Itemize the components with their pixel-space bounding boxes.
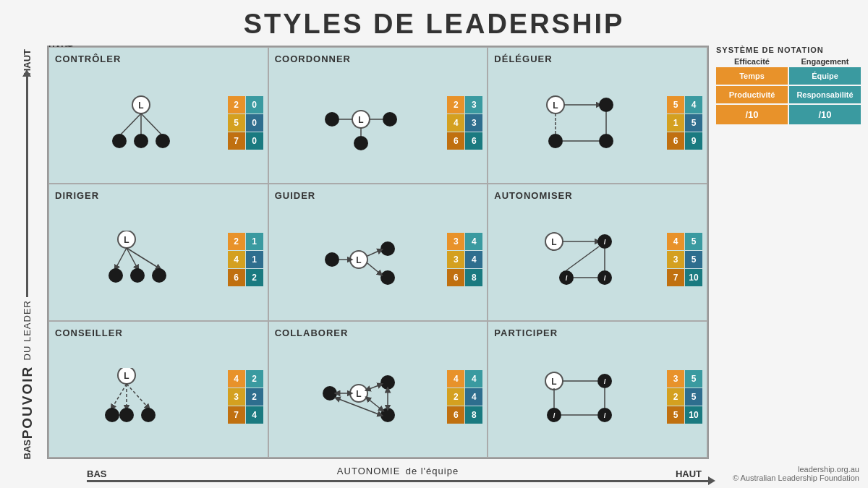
notation-title: SYSTÈME DE NOTATION <box>716 46 861 54</box>
svg-point-36 <box>380 241 395 256</box>
notation-col2: Engagement <box>789 57 861 66</box>
score-cell-2-0-0: 5 <box>667 96 684 114</box>
cell-title-7: COLLABORER <box>275 328 483 338</box>
cell-title-0: CONTRÔLER <box>55 53 263 64</box>
score-cell-0-2-1: 0 <box>246 132 263 150</box>
cell-content-0: L 205070 <box>55 67 263 179</box>
score-cell-4-1-0: 3 <box>447 251 464 268</box>
watermark-line1: leadership.org.au <box>733 465 859 474</box>
score-cell-6-0-1: 2 <box>246 370 263 388</box>
svg-point-11 <box>383 112 397 127</box>
grid-cell-7: COLLABORER L 442468 <box>268 321 488 458</box>
svg-text:L: L <box>124 371 129 381</box>
score-cell-6-2-0: 7 <box>228 406 245 424</box>
grid-cell-1: COORDONNER L 234366 <box>268 47 488 184</box>
score-cell-3-1-1: 1 <box>246 251 263 268</box>
notation-box: SYSTÈME DE NOTATION Efficacité Engagemen… <box>716 46 861 488</box>
score-cell-6-1-0: 3 <box>228 388 245 406</box>
score-cell-8-1-1: 5 <box>685 388 702 406</box>
cell-content-8: L l l l 3525510 <box>494 341 702 453</box>
grid-cell-8: PARTICIPER L l l l 3525510 <box>488 321 707 458</box>
cell-content-2: L 541569 <box>494 67 702 179</box>
score-cell-5-0-1: 5 <box>685 233 702 250</box>
cell-title-6: CONSEILLER <box>55 328 263 338</box>
score-cell-1-0-1: 3 <box>465 96 482 114</box>
score-cell-2-2-0: 6 <box>667 132 684 150</box>
score-grid-4: 343468 <box>447 233 482 286</box>
svg-text:L: L <box>124 235 129 245</box>
score-cell-0-0-1: 0 <box>246 96 263 114</box>
diagram-coordonner: L <box>275 94 448 152</box>
grid-container: HAUT CONTRÔLER L 205070COORDONNER <box>47 46 709 488</box>
notation-total1: /10 <box>716 105 788 124</box>
diagram-participer: L l l l <box>494 368 667 426</box>
score-cell-4-1-1: 4 <box>465 251 482 268</box>
x-axis: BAS AUTONOMIE de l'équipe HAUT <box>47 459 709 488</box>
x-axis-label: AUTONOMIE de l'équipe <box>337 462 459 478</box>
page: STYLES DE LEADERSHIP HAUT POUVOIR du lea… <box>0 0 868 488</box>
svg-line-2 <box>119 114 141 136</box>
svg-point-37 <box>380 270 395 285</box>
grid-cell-2: DÉLÉGUER L 541569 <box>488 47 707 184</box>
cell-title-4: GUIDER <box>275 190 483 201</box>
diagram-conseiller: L <box>55 368 228 426</box>
score-cell-8-2-1: 10 <box>685 406 702 424</box>
score-cell-4-0-1: 4 <box>465 233 482 250</box>
diagram-deleguer: L <box>494 94 667 152</box>
svg-point-61 <box>323 386 337 401</box>
score-cell-2-0-1: 4 <box>685 96 702 114</box>
cell-content-3: L 214162 <box>55 204 263 315</box>
notation-r2c1: Productivité <box>716 86 788 103</box>
x-right-label: HAUT <box>676 468 702 479</box>
score-cell-7-2-0: 6 <box>447 406 464 424</box>
score-cell-2-1-0: 1 <box>667 114 684 132</box>
svg-point-19 <box>599 98 613 112</box>
cell-title-5: AUTONOMISER <box>494 190 702 201</box>
grid-cell-3: DIRIGER L 214162 <box>48 184 268 320</box>
score-cell-6-0-0: 4 <box>228 370 245 388</box>
score-cell-1-2-0: 6 <box>447 132 464 150</box>
grid: CONTRÔLER L 205070COORDONNER L <box>47 46 709 459</box>
score-cell-3-0-1: 1 <box>246 233 263 250</box>
score-grid-1: 234366 <box>447 96 482 150</box>
cell-title-8: PARTICIPER <box>494 328 702 338</box>
cell-content-6: L 423274 <box>55 341 263 453</box>
svg-text:L: L <box>356 389 361 399</box>
score-grid-5: 4535710 <box>667 233 702 286</box>
score-cell-3-0-0: 2 <box>228 233 245 250</box>
svg-point-6 <box>134 134 148 148</box>
score-cell-8-2-0: 5 <box>667 406 684 424</box>
svg-point-7 <box>156 134 170 148</box>
score-cell-0-2-0: 7 <box>228 132 245 150</box>
svg-point-8 <box>325 112 339 127</box>
svg-line-52 <box>566 247 599 270</box>
svg-point-20 <box>548 134 563 148</box>
svg-line-68 <box>367 398 382 410</box>
diagram-diriger: L <box>55 231 228 288</box>
score-cell-7-1-0: 2 <box>447 388 464 406</box>
svg-point-60 <box>141 408 156 422</box>
content-area: HAUT POUVOIR du leader BAS HAUT CONTRÔLE… <box>0 46 868 488</box>
score-cell-5-1-0: 3 <box>667 251 684 268</box>
main-title: STYLES DE LEADERSHIP <box>244 9 625 40</box>
y-arrow <box>26 75 28 297</box>
svg-text:L: L <box>553 100 558 111</box>
score-cell-0-1-0: 5 <box>228 114 245 132</box>
notation-headers: Efficacité Engagement <box>716 57 861 66</box>
svg-point-58 <box>105 408 119 422</box>
cell-title-3: DIRIGER <box>55 190 263 201</box>
svg-line-4 <box>141 114 163 136</box>
svg-text:L: L <box>356 255 361 265</box>
notation-total2: /10 <box>789 105 861 124</box>
score-grid-8: 3525510 <box>667 370 702 424</box>
score-cell-3-2-0: 6 <box>228 269 245 286</box>
notation-r1c1: Temps <box>716 67 788 85</box>
notation-r2c2: Responsabilité <box>789 86 861 103</box>
score-grid-3: 214162 <box>228 233 263 286</box>
grid-row-0: CONTRÔLER L 205070COORDONNER L <box>48 47 707 184</box>
score-cell-6-1-1: 2 <box>246 388 263 406</box>
y-axis-label: POUVOIR du leader <box>20 300 35 439</box>
score-cell-5-2-1: 10 <box>685 269 702 286</box>
chart-area: HAUT POUVOIR du leader BAS HAUT CONTRÔLE… <box>7 46 709 488</box>
notation-r1c2: Équipe <box>789 67 861 85</box>
